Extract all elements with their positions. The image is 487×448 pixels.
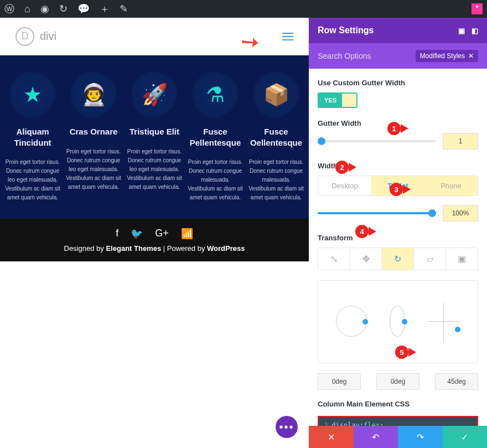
css-code-input[interactable]: 1display:flex; 2justify-content: center;… — [318, 416, 478, 426]
feature-icon: 📦 — [253, 72, 299, 117]
hero-section: ➘ ★ Aliquam Tincidunt Proin eget tortor … — [0, 55, 309, 219]
feature-card: 🚀 Tristique Elit Proin eget tortor risus… — [125, 72, 184, 202]
card-title: Cras Ornare — [64, 126, 123, 137]
feature-icon: 🚀 — [132, 72, 177, 117]
feature-card: ⚗ Fusce Pellentesque Proin eget tortor r… — [186, 72, 245, 202]
panel-search-bar: Search Options Modified Styles ✕ — [309, 43, 487, 69]
panel-title: Row Settings — [318, 25, 374, 35]
wp-admin-bar: ⓦ ⌂ ◉ ↻ 💬 ＋ ✎ * — [0, 0, 487, 18]
comment-icon[interactable]: 💬 — [77, 3, 90, 15]
rotate-z-input[interactable]: 45deg — [435, 373, 478, 390]
gutter-value-input[interactable]: 1 — [443, 133, 478, 150]
modified-styles-label: Modified Styles — [420, 52, 465, 60]
social-icons: f 🐦 G+ 📶 — [9, 228, 300, 240]
panel-body: Use Custom Gutter Width YES Gutter Width… — [309, 69, 487, 426]
site-header: D divi — [0, 18, 309, 55]
footer-text: Designed by — [64, 244, 106, 253]
feature-icon: ⚗ — [193, 72, 238, 117]
page-preview: D divi ➘ ★ Aliquam Tincidunt Proin eget … — [0, 18, 309, 448]
footer-wp[interactable]: WordPress — [207, 244, 245, 253]
toggle-value: YES — [319, 94, 342, 107]
rotate-icon[interactable]: ↻ — [382, 248, 415, 270]
save-button[interactable]: ✓ — [443, 426, 488, 448]
search-options-input[interactable]: Search Options — [318, 52, 371, 60]
feature-card: 👨‍🚀 Cras Ornare Proin eget tortor risus.… — [64, 72, 123, 202]
width-value-input[interactable]: 100% — [443, 205, 478, 222]
site-logo[interactable]: D divi — [15, 27, 56, 46]
rotate-x-input[interactable]: 0deg — [318, 373, 361, 390]
scale-icon[interactable]: ⤡ — [318, 248, 350, 270]
google-plus-icon[interactable]: G+ — [155, 228, 169, 240]
dashboard-icon[interactable]: ◉ — [40, 3, 49, 15]
logo-text: divi — [40, 30, 56, 43]
feature-icon: 👨‍🚀 — [71, 72, 116, 117]
discard-button[interactable]: ✕ — [309, 426, 354, 448]
site-icon[interactable]: ⌂ — [24, 3, 30, 15]
refresh-icon[interactable]: ↻ — [59, 3, 68, 15]
panel-header: Row Settings ▣ ◧ — [309, 18, 487, 43]
card-body2: Vestibulum ac diam sit amet quam vehicul… — [186, 184, 245, 202]
wordpress-icon[interactable]: ⓦ — [4, 2, 14, 16]
add-new-icon[interactable]: ＋ — [100, 2, 110, 16]
card-body: Proin eget tortor risus. Donec rutrum co… — [186, 158, 245, 184]
card-title: Fusce Oellentesque — [247, 126, 305, 148]
panel-action-bar: ✕ ↶ ↷ ✓ — [309, 426, 487, 448]
gutter-toggle-label: Use Custom Gutter Width — [318, 79, 478, 87]
footer-sep: | Powered by — [161, 244, 207, 253]
tab-tablet[interactable]: Tablet — [371, 176, 424, 195]
gutter-toggle[interactable]: YES — [318, 92, 358, 108]
translate-icon[interactable]: ✥ — [350, 248, 382, 270]
card-body2: Vestibulum ac diam sit amet quam vehicul… — [64, 174, 123, 192]
feature-card: 📦 Fusce Oellentesque Proin eget tortor r… — [247, 72, 305, 202]
redo-button[interactable]: ↷ — [398, 426, 443, 448]
logo-mark: D — [15, 27, 34, 46]
gutter-slider[interactable] — [318, 140, 436, 142]
transform-type-tabs: ⤡ ✥ ↻ ▱ ▣ — [318, 248, 478, 270]
rss-icon[interactable]: 📶 — [181, 228, 193, 240]
modified-styles-filter[interactable]: Modified Styles ✕ — [416, 50, 478, 62]
css-label: Column Main Element CSS — [318, 400, 478, 408]
edit-icon[interactable]: ✎ — [120, 3, 128, 15]
transform-label: Transform — [318, 234, 478, 242]
card-body2: Vestibulum ac diam sit amet quam vehicul… — [125, 174, 184, 192]
device-tabs: Desktop Tablet Phone — [318, 176, 478, 196]
feature-icon: ★ — [10, 72, 55, 117]
card-title: Tristique Elit — [125, 126, 184, 137]
site-footer: f 🐦 G+ 📶 Designed by Elegant Themes | Po… — [0, 219, 309, 261]
rotate-y-input[interactable]: 0deg — [376, 373, 419, 390]
card-body2: Vestibulum ac diam sit amet quam vehicul… — [247, 184, 305, 202]
footer-elegant[interactable]: Elegant Themes — [106, 244, 161, 253]
facebook-icon[interactable]: f — [116, 228, 118, 240]
transform-visual[interactable] — [318, 280, 478, 363]
card-body: Proin eget tortor risus. Donec rutrum co… — [125, 147, 184, 174]
tab-desktop[interactable]: Desktop — [318, 176, 371, 195]
undo-button[interactable]: ↶ — [354, 426, 398, 448]
dock-icon[interactable]: ◧ — [472, 27, 478, 35]
card-title: Aliquam Tincidunt — [3, 126, 62, 148]
width-label: Width — [318, 162, 478, 170]
card-body2: Vestibulum ac diam sit amet quam vehicul… — [3, 184, 62, 202]
origin-icon[interactable]: ▣ — [446, 248, 478, 270]
mobile-menu-icon[interactable] — [282, 33, 293, 40]
settings-panel: Row Settings ▣ ◧ Search Options Modified… — [309, 18, 487, 448]
tab-phone[interactable]: Phone — [424, 176, 478, 195]
width-slider[interactable] — [318, 212, 436, 214]
fullscreen-icon[interactable]: ▣ — [458, 27, 465, 35]
feature-card: ★ Aliquam Tincidunt Proin eget tortor ri… — [3, 72, 62, 202]
skew-icon[interactable]: ▱ — [414, 248, 446, 270]
divi-asterisk-icon[interactable]: * — [472, 3, 483, 14]
builder-fab-icon[interactable]: ••• — [276, 416, 298, 438]
card-body: Proin eget tortor risus. Donec rutrum co… — [3, 158, 62, 184]
card-body: Proin eget tortor risus. Donec rutrum co… — [64, 147, 123, 174]
card-body: Proin eget tortor risus. Donec rutrum co… — [247, 158, 305, 184]
card-title: Fusce Pellentesque — [186, 126, 245, 148]
toggle-knob — [342, 94, 356, 107]
gutter-width-label: Gutter Width — [318, 119, 478, 127]
twitter-icon[interactable]: 🐦 — [131, 228, 143, 240]
close-icon[interactable]: ✕ — [468, 52, 474, 60]
